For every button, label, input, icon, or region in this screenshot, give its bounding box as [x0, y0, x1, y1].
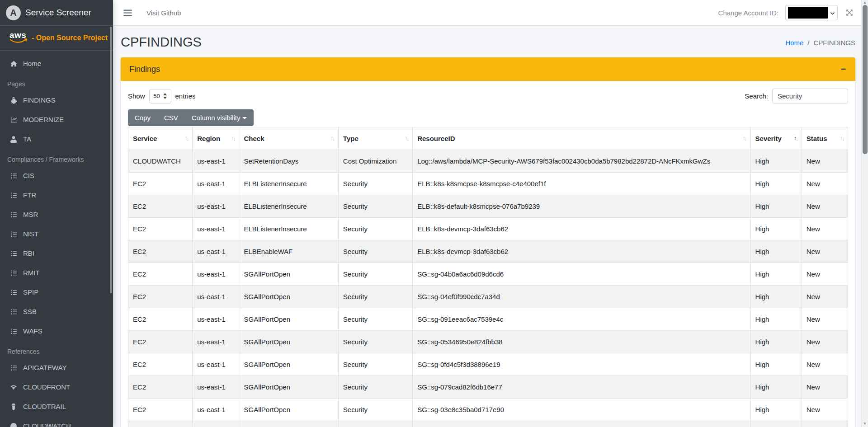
- table-cell: High: [750, 376, 802, 399]
- sidebar-item-nist[interactable]: NIST: [4, 225, 109, 243]
- sidebar-item-cloudtrail[interactable]: CLOUDTRAIL: [4, 397, 109, 416]
- sidebar-item-ta[interactable]: TA: [4, 130, 109, 148]
- account-id-select[interactable]: [785, 5, 838, 20]
- table-row: EC2us-east-1SGAllPortOpenSecuritySG::sg-…: [128, 286, 848, 308]
- page-title: CPFINDINGS: [121, 35, 202, 50]
- visit-github-link[interactable]: Visit Github: [146, 9, 181, 17]
- sidebar-item-cis[interactable]: CIS: [4, 166, 109, 185]
- column-header-label: Check: [244, 135, 264, 142]
- search-input[interactable]: [772, 89, 848, 103]
- dt-button-column-visibility[interactable]: Column visibility: [185, 109, 254, 126]
- column-header-label: Severity: [755, 135, 782, 142]
- sidebar-item-home[interactable]: Home: [4, 54, 109, 73]
- tasks-icon: [7, 173, 20, 179]
- select-spinner-icon: [163, 93, 167, 99]
- sidebar-item-rmit[interactable]: RMIT: [4, 263, 109, 282]
- sidebar-item-spip[interactable]: SPIP: [4, 283, 109, 301]
- sidebar-item-cloudwatch[interactable]: CLOUDWATCH: [4, 417, 109, 427]
- tasks-icon: [7, 270, 20, 276]
- app-root: A Service Screener aws - Open Source Pro…: [0, 0, 868, 427]
- sort-icon: ↑↓: [231, 134, 236, 143]
- table-row: EC2us-east-1ELBListenerInsecureSecurityE…: [128, 173, 848, 195]
- breadcrumb-home-link[interactable]: Home: [785, 39, 803, 47]
- circle-icon: [7, 422, 20, 427]
- sidebar-item-ssb[interactable]: SSB: [4, 302, 109, 321]
- fullscreen-icon[interactable]: [844, 8, 854, 18]
- scrollbar-up-arrow-icon[interactable]: ▲: [862, 0, 868, 5]
- table-cell: New: [802, 173, 848, 195]
- table-cell: EC2: [128, 240, 193, 263]
- sidebar-item-label: WAFS: [23, 326, 42, 336]
- table-cell: SGAllPortOpen: [239, 308, 338, 331]
- table-cell: High: [750, 195, 802, 218]
- topbar-right: Change Account ID:: [718, 5, 854, 20]
- dt-button-csv[interactable]: CSV: [157, 109, 185, 126]
- table-cell: High: [750, 331, 802, 353]
- table-cell: ELBListenerInsecure: [239, 195, 338, 218]
- account-id-redacted-value: [788, 7, 828, 19]
- column-header-service[interactable]: Service↑↓: [128, 127, 193, 150]
- brand[interactable]: A Service Screener: [0, 0, 113, 26]
- column-header-region[interactable]: Region↑↓: [193, 127, 239, 150]
- table-cell: High: [750, 218, 802, 240]
- sidebar-item-rbi[interactable]: RBI: [4, 244, 109, 263]
- page-scrollbar[interactable]: ▲ ▼: [861, 0, 868, 427]
- column-header-resourceid[interactable]: ResourceID↑↓: [413, 127, 750, 150]
- collapse-button[interactable]: −: [840, 64, 847, 74]
- sort-icon: ↑↓: [405, 134, 409, 143]
- tasks-icon: [7, 328, 20, 334]
- table-cell: SGAllPortOpen: [239, 353, 338, 376]
- sidebar-item-wafs[interactable]: WAFS: [4, 322, 109, 340]
- sidebar-item-apigateway[interactable]: APIGATEWAY: [4, 358, 109, 377]
- search-control: Search:: [745, 89, 848, 103]
- table-cell: us-east-1: [193, 150, 239, 173]
- table-row: EC2us-east-1SGAllPortOpenSecuritySG::sg-…: [128, 421, 848, 427]
- column-header-label: ResourceID: [417, 135, 455, 142]
- scrollbar-down-arrow-icon[interactable]: ▼: [862, 422, 868, 426]
- wifi-icon: [7, 384, 20, 390]
- scrollbar-thumb[interactable]: [863, 5, 868, 154]
- table-cell: High: [750, 173, 802, 195]
- table-cell: EC2: [128, 195, 193, 218]
- table-cell: New: [802, 376, 848, 399]
- table-cell: New: [802, 421, 848, 427]
- dt-button-copy[interactable]: Copy: [128, 109, 157, 126]
- sidebar-item-label: TA: [23, 134, 31, 144]
- sidebar-item-findings[interactable]: FINDINGS: [4, 91, 109, 109]
- page-length-value: 50: [153, 93, 160, 99]
- sidebar-item-ftr[interactable]: FTR: [4, 186, 109, 204]
- sidebar: A Service Screener aws - Open Source Pro…: [0, 0, 113, 427]
- table-cell: SG::sg-03e8c35ba0d717e90: [413, 399, 750, 421]
- table-cell: us-east-1: [193, 353, 239, 376]
- table-cell: Security: [338, 331, 412, 353]
- tasks-icon: [7, 289, 20, 296]
- findings-card-body: Show 50 entries Search: CopyCSVCo: [121, 81, 855, 427]
- column-header-severity[interactable]: Severity↑↓: [750, 127, 802, 150]
- chart-line-icon: [7, 116, 20, 123]
- caret-down-icon: [242, 117, 247, 119]
- sort-icon: ↑↓: [330, 134, 335, 143]
- table-cell: EC2: [128, 286, 193, 308]
- table-cell: New: [802, 218, 848, 240]
- sidebar-item-label: Home: [23, 59, 41, 68]
- table-cell: SG::sg-04b0a6ac6d09d6cd6: [413, 263, 750, 286]
- hamburger-menu-icon[interactable]: [121, 8, 135, 18]
- table-cell: SetRetentionDays: [239, 150, 338, 173]
- sidebar-item-modernize[interactable]: MODERNIZE: [4, 110, 109, 129]
- column-header-status[interactable]: Status↑↓: [802, 127, 848, 150]
- table-cell: us-east-1: [193, 218, 239, 240]
- sidebar-item-msr[interactable]: MSR: [4, 205, 109, 224]
- entries-label: entries: [175, 92, 196, 100]
- sidebar-item-cloudfront[interactable]: CLOUDFRONT: [4, 378, 109, 396]
- sidebar-section-header: Compliances / Frameworks: [4, 149, 109, 166]
- sidebar-scrollbar[interactable]: [110, 27, 112, 293]
- page-length-control: Show 50 entries: [128, 89, 196, 103]
- table-cell: SG::sg-053d4c6657c44b6cf: [413, 421, 750, 427]
- table-cell: High: [750, 240, 802, 263]
- table-row: CLOUDWATCHus-east-1SetRetentionDaysCost …: [128, 150, 848, 173]
- findings-card-header[interactable]: Findings −: [121, 57, 855, 81]
- column-header-type[interactable]: Type↑↓: [338, 127, 412, 150]
- page-length-select[interactable]: 50: [149, 89, 171, 103]
- user-secret-icon: [7, 403, 20, 410]
- column-header-check[interactable]: Check↑↓: [239, 127, 338, 150]
